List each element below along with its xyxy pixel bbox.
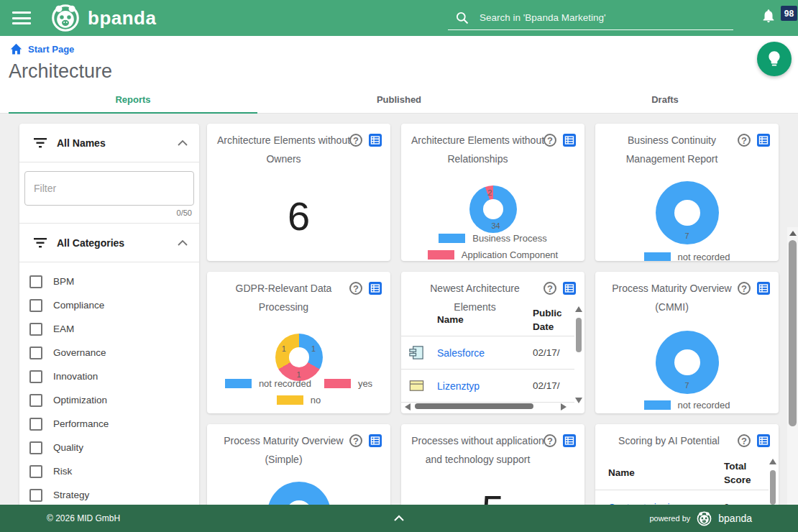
help-icon[interactable] — [349, 282, 362, 295]
tab-bar: Reports Published Drafts — [0, 86, 798, 114]
category-option-governance[interactable]: Governance — [19, 341, 199, 364]
donut-chart: 111 — [275, 334, 323, 381]
help-icon[interactable] — [544, 134, 556, 147]
open-report-table-icon[interactable] — [368, 434, 382, 448]
checkbox[interactable] — [29, 441, 42, 454]
scroll-up-arrow[interactable] — [787, 228, 798, 239]
menu-icon[interactable] — [12, 12, 31, 24]
legend-swatch — [324, 379, 351, 388]
donut-chart: 342 — [469, 185, 517, 233]
category-option-innovation[interactable]: Innovation — [19, 364, 199, 388]
global-search — [448, 6, 733, 30]
card-scoring-by-ai-potential: Scoring by AI Potential Name Total Score… — [595, 424, 779, 505]
filter-sidebar: All Names 0/50 All Categories BPM Compli… — [19, 124, 199, 505]
checkbox[interactable] — [29, 394, 42, 407]
card-process-maturity-overview-cmmi: Process Maturity Overview (CMMI) 7 not r… — [595, 272, 779, 413]
scrollbar-thumb[interactable] — [576, 318, 582, 352]
scroll-up-arrow[interactable] — [769, 459, 776, 464]
notifications-button[interactable]: 98 — [761, 7, 794, 32]
checkbox[interactable] — [29, 323, 42, 336]
tab-drafts[interactable]: Drafts — [532, 86, 798, 113]
checkbox[interactable] — [29, 347, 42, 359]
column-header-name: Name — [437, 313, 533, 326]
category-option-performance[interactable]: Performance — [19, 412, 199, 436]
horizontal-scrollbar[interactable] — [405, 403, 567, 410]
checkbox[interactable] — [29, 370, 42, 383]
powered-by-brand: bpanda — [718, 513, 752, 524]
category-option-risk[interactable]: Risk — [19, 459, 199, 483]
scrollbar-thumb[interactable] — [415, 403, 533, 409]
lightbulb-icon — [765, 50, 784, 68]
donut-value-label: 34 — [492, 221, 500, 230]
footer-collapse-chevron[interactable] — [393, 512, 405, 525]
legend-label: not recorded — [678, 400, 730, 411]
scrollbar-thumb[interactable] — [789, 240, 797, 426]
help-icon[interactable] — [738, 282, 751, 295]
scrollbar-thumb[interactable] — [770, 470, 776, 505]
legend-label: not recorded — [678, 252, 730, 261]
vertical-scrollbar[interactable] — [575, 306, 582, 403]
chevron-up-icon[interactable] — [178, 239, 188, 246]
help-icon[interactable] — [544, 282, 556, 295]
open-report-table-icon[interactable] — [562, 281, 577, 295]
category-option-optimization[interactable]: Optimization — [19, 388, 199, 412]
help-icon[interactable] — [544, 434, 556, 447]
copyright-text: © 2026 MID GmbH — [47, 513, 120, 523]
open-report-table-icon[interactable] — [756, 281, 771, 295]
checkbox[interactable] — [29, 299, 42, 312]
open-report-table-icon[interactable] — [756, 133, 771, 147]
notification-count-badge: 98 — [781, 6, 797, 21]
chevron-up-icon[interactable] — [178, 139, 188, 146]
content-area: All Names 0/50 All Categories BPM Compli… — [0, 114, 798, 505]
chart-legend: Business Process Application Component — [408, 233, 577, 260]
legend-item: Application Component — [428, 249, 558, 260]
open-report-table-icon[interactable] — [368, 133, 382, 147]
legend-item: no — [277, 395, 321, 405]
scroll-up-arrow[interactable] — [575, 306, 582, 312]
open-report-table-icon[interactable] — [756, 434, 771, 448]
donut-value-label: 1 — [311, 344, 316, 353]
breadcrumb[interactable]: Start Page — [9, 43, 74, 55]
category-option-strategy[interactable]: Strategy — [19, 483, 199, 505]
legend-item: not recorded — [225, 378, 311, 389]
help-icon[interactable] — [349, 134, 362, 147]
table-row: Contract signing 0 — [595, 490, 769, 505]
category-option-bpm[interactable]: BPM — [19, 270, 199, 293]
page-scrollbar[interactable] — [787, 227, 798, 505]
scroll-left-arrow[interactable] — [405, 403, 411, 411]
filter-section-all-categories[interactable]: All Categories — [19, 224, 199, 262]
legend-label: not recorded — [259, 378, 311, 389]
element-link[interactable]: Salesforce — [437, 347, 533, 359]
checkbox-label: Quality — [53, 442, 83, 453]
checkbox[interactable] — [29, 465, 42, 478]
category-option-quality[interactable]: Quality — [19, 436, 199, 459]
breadcrumb-label: Start Page — [28, 44, 74, 55]
checkbox[interactable] — [29, 489, 42, 502]
tab-published[interactable]: Published — [266, 86, 532, 113]
checkbox[interactable] — [29, 275, 42, 288]
filter-section-all-names[interactable]: All Names — [19, 124, 199, 162]
legend-label: Business Process — [472, 233, 546, 244]
vertical-scrollbar[interactable] — [769, 459, 776, 505]
metric-value: 6 — [207, 193, 390, 239]
help-icon[interactable] — [738, 134, 751, 147]
open-report-table-icon[interactable] — [562, 133, 577, 147]
name-filter-input[interactable] — [24, 171, 194, 206]
card-title: Scoring by AI Potential — [604, 431, 734, 450]
scroll-right-arrow[interactable] — [561, 403, 567, 411]
help-icon[interactable] — [738, 434, 751, 447]
brand-logo[interactable]: bpanda — [51, 4, 156, 32]
help-tips-button[interactable] — [757, 42, 792, 76]
element-link[interactable]: Lizenztyp — [437, 380, 533, 392]
card-newest-architecture-elements: Newest Architecture Elements Name Public… — [401, 272, 584, 413]
legend-swatch — [439, 234, 465, 243]
category-option-compliance[interactable]: Compliance — [19, 293, 199, 317]
help-icon[interactable] — [349, 434, 362, 447]
tab-reports[interactable]: Reports — [0, 86, 266, 113]
search-input[interactable] — [480, 12, 710, 23]
open-report-table-icon[interactable] — [562, 434, 577, 448]
scroll-down-arrow[interactable] — [575, 398, 582, 403]
checkbox[interactable] — [29, 418, 42, 431]
category-option-eam[interactable]: EAM — [19, 317, 199, 341]
open-report-table-icon[interactable] — [368, 281, 382, 295]
